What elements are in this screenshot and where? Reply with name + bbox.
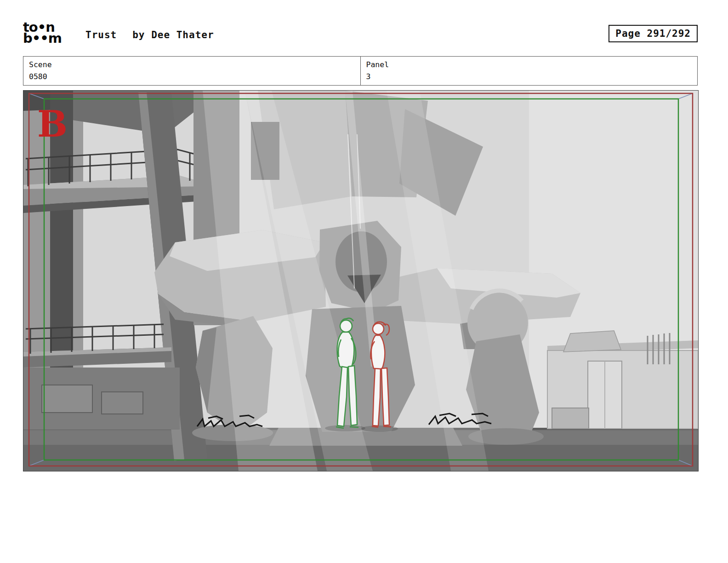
scene-label: Scene xyxy=(29,59,355,71)
page-number-box: Page 291/292 xyxy=(609,25,698,42)
project-author: by Dee Thater xyxy=(132,29,214,40)
toonboom-logo: to•nb••m xyxy=(23,22,62,44)
panel-marker: B xyxy=(37,103,68,145)
figure-left-shadow xyxy=(325,425,365,431)
scene-cell: Scene 0580 xyxy=(23,57,360,85)
panel-label: Panel xyxy=(366,59,692,71)
project-title: Trust xyxy=(85,29,117,40)
panel-value: 3 xyxy=(366,71,692,83)
storyboard-panel: B xyxy=(23,90,699,471)
page-header: to•nb••m Trustby Dee Thater Page 291/292 xyxy=(23,21,698,52)
figure-right-shadow xyxy=(361,425,398,432)
panel-cell: Panel 3 xyxy=(360,57,698,85)
panel-artwork: B xyxy=(23,91,698,471)
project-title-row: Trustby Dee Thater xyxy=(85,29,214,40)
scene-value: 0580 xyxy=(29,71,355,83)
right-buildings xyxy=(547,331,698,429)
scene-panel-table: Scene 0580 Panel 3 xyxy=(23,56,698,86)
logo-line2: b••m xyxy=(23,30,62,46)
